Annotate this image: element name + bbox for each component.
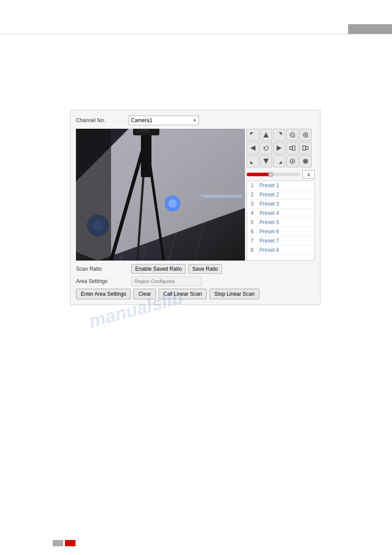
preset-name: Preset 7	[259, 238, 279, 244]
preset-list-container[interactable]: 1Preset 12Preset 23Preset 34Preset 45Pre…	[247, 181, 315, 261]
svg-marker-27	[279, 132, 282, 135]
channel-select-wrapper[interactable]: Camera1 Camera2 Camera3	[129, 116, 199, 125]
area-settings-row: Area Settings	[76, 276, 315, 286]
clear-button[interactable]: Clear	[133, 289, 156, 299]
channel-row: Channel No. Camera1 Camera2 Camera3	[76, 116, 315, 125]
video-feed	[76, 129, 245, 261]
preset-number: 3	[251, 201, 259, 207]
ptz-up-btn[interactable]	[260, 129, 272, 141]
camera-scene-svg	[76, 129, 245, 261]
preset-name: Preset 1	[259, 182, 279, 189]
preset-number: 2	[251, 192, 259, 198]
svg-rect-21	[199, 195, 243, 196]
ptz-grid	[247, 129, 315, 167]
svg-rect-38	[290, 147, 292, 149]
bottom-controls: Scan Ratio Enable Saved Ratio Save Ratio…	[76, 264, 315, 299]
preset-item[interactable]: 8Preset 8	[247, 246, 314, 255]
svg-rect-40	[303, 146, 306, 150]
content-area: 4 1Preset 12Preset 23Preset 34Preset 45P…	[76, 129, 315, 261]
preset-item[interactable]: 1Preset 1	[247, 181, 314, 190]
svg-rect-12	[141, 129, 151, 177]
preset-item[interactable]: 7Preset 7	[247, 236, 314, 246]
call-linear-scan-button[interactable]: Call Linear Scan	[158, 289, 207, 299]
zoom-slider-fill	[247, 173, 271, 176]
ptz-right-btn[interactable]	[273, 142, 285, 154]
preset-number: 1	[251, 182, 259, 189]
svg-point-48	[304, 160, 307, 163]
preset-number: 7	[251, 238, 259, 244]
enter-area-settings-button[interactable]: Enter Area Settings	[76, 289, 131, 299]
ptz-iris-open-btn[interactable]	[286, 155, 298, 167]
scan-ratio-label: Scan Ratio	[76, 266, 129, 272]
top-rule	[0, 34, 392, 34]
preset-number: 6	[251, 229, 259, 235]
scan-ratio-row: Scan Ratio Enable Saved Ratio Save Ratio	[76, 264, 315, 274]
zoom-slider-thumb	[268, 172, 273, 177]
preset-item[interactable]: 5Preset 5	[247, 218, 314, 227]
ptz-iris-close-btn[interactable]	[299, 155, 312, 167]
preset-number: 8	[251, 247, 259, 253]
svg-marker-26	[263, 132, 269, 138]
svg-point-46	[291, 160, 293, 162]
area-settings-input[interactable]	[131, 276, 201, 286]
legend-gray-box	[53, 540, 63, 546]
svg-point-18	[168, 199, 177, 208]
svg-marker-42	[250, 161, 253, 164]
action-buttons-row: Enter Area Settings Clear Call Linear Sc…	[76, 289, 315, 299]
area-settings-label: Area Settings	[76, 278, 129, 284]
ptz-up-left-btn[interactable]	[247, 129, 259, 141]
preset-item[interactable]: 4Preset 4	[247, 209, 314, 218]
enable-saved-ratio-button[interactable]: Enable Saved Ratio	[131, 264, 186, 274]
bottom-legend	[53, 540, 76, 546]
preset-number: 4	[251, 210, 259, 216]
preset-item[interactable]: 3Preset 3	[247, 200, 314, 209]
ptz-zoom-out-btn[interactable]	[286, 129, 298, 141]
svg-rect-39	[292, 146, 295, 150]
ptz-focus-far-btn[interactable]	[299, 142, 312, 154]
zoom-value: 4	[302, 170, 315, 179]
svg-rect-22	[203, 197, 243, 198]
preset-name: Preset 4	[259, 210, 279, 216]
ptz-center-btn[interactable]	[260, 142, 272, 154]
svg-marker-35	[250, 145, 255, 151]
svg-marker-43	[263, 159, 269, 164]
preset-list: 1Preset 12Preset 23Preset 34Preset 45Pre…	[247, 181, 314, 255]
svg-line-30	[294, 137, 295, 138]
zoom-row: 4	[247, 170, 315, 179]
legend-red-box	[65, 540, 76, 546]
ptz-down-right-btn[interactable]	[273, 155, 285, 167]
ptz-down-left-btn[interactable]	[247, 155, 259, 167]
save-ratio-button[interactable]: Save Ratio	[188, 264, 222, 274]
top-bar	[348, 24, 392, 34]
channel-label: Channel No.	[76, 117, 129, 123]
channel-select[interactable]: Camera1 Camera2 Camera3	[129, 116, 199, 125]
svg-line-34	[307, 137, 308, 138]
stop-linear-scan-button[interactable]: Stop Linear Scan	[209, 289, 259, 299]
preset-name: Preset 6	[259, 229, 279, 235]
main-panel: Channel No. Camera1 Camera2 Camera3	[70, 110, 320, 305]
ptz-focus-near-btn[interactable]	[286, 142, 298, 154]
preset-item[interactable]: 6Preset 6	[247, 227, 314, 236]
preset-name: Preset 5	[259, 219, 279, 225]
ptz-up-right-btn[interactable]	[273, 129, 285, 141]
ptz-zoom-in-btn[interactable]	[299, 129, 312, 141]
svg-marker-44	[279, 161, 282, 164]
svg-marker-25	[250, 132, 253, 135]
preset-number: 5	[251, 219, 259, 225]
preset-item[interactable]: 2Preset 2	[247, 190, 314, 200]
controls-panel: 4 1Preset 12Preset 23Preset 34Preset 45P…	[247, 129, 315, 261]
svg-marker-37	[277, 145, 282, 151]
ptz-down-btn[interactable]	[260, 155, 272, 167]
preset-name: Preset 8	[259, 247, 279, 253]
preset-name: Preset 2	[259, 192, 279, 198]
svg-rect-41	[306, 147, 308, 149]
ptz-left-btn[interactable]	[247, 142, 259, 154]
zoom-slider[interactable]	[247, 173, 301, 176]
preset-name: Preset 3	[259, 201, 279, 207]
